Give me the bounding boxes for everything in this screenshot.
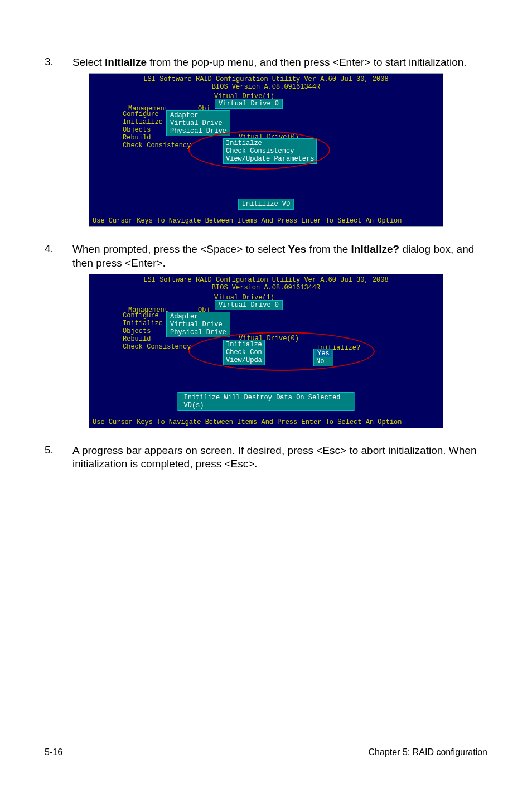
submenu-item: Physical Drive bbox=[170, 127, 226, 135]
text-fragment: from the pop-up menu, and then press <En… bbox=[147, 56, 467, 68]
virtual-drive-box: Virtual Drive 0 bbox=[215, 300, 283, 310]
objects-submenu: Adapter Virtual Drive Physical Drive bbox=[166, 312, 230, 337]
bios-body: Vitual Drive(1) Virtual Drive 0 Obj Mana… bbox=[89, 294, 443, 417]
step-5: 5. A progress bar appears on screen. If … bbox=[45, 444, 487, 471]
bios-version: BIOS Version A.08.09161344R bbox=[89, 83, 443, 91]
text-fragment: from the bbox=[306, 243, 351, 255]
status-bar: Initilize VD bbox=[238, 199, 294, 210]
vd-popup: Initialze Check Consistency View/Update … bbox=[223, 138, 317, 164]
initialize-prompt: Yes No bbox=[313, 349, 333, 366]
menu-item: Check Consistency bbox=[123, 343, 191, 351]
bios-header: LSI Software RAID Configuration Utility … bbox=[89, 274, 443, 294]
bold-keyword: Initialize? bbox=[351, 243, 400, 255]
bios-screenshot-1: LSI Software RAID Configuration Utility … bbox=[89, 73, 443, 228]
no-option: No bbox=[316, 357, 331, 365]
submenu-item: Adapter bbox=[170, 112, 226, 119]
submenu-item: Physical Drive bbox=[170, 328, 226, 336]
menu-item: Check Consistency bbox=[123, 142, 191, 149]
popup-item: View/Update Parameters bbox=[226, 155, 314, 163]
bios-title: LSI Software RAID Configuration Utility … bbox=[89, 75, 443, 83]
popup-item: Check Con bbox=[226, 349, 262, 356]
vd-popup: Initialze Check Con View/Upda bbox=[223, 340, 265, 365]
submenu-item: Adapter bbox=[170, 313, 226, 321]
popup-item: Initialze bbox=[226, 341, 262, 349]
submenu-item: Virtual Drive bbox=[170, 321, 226, 328]
bios-version: BIOS Version A.08.09161344R bbox=[89, 284, 443, 292]
step-text: Select Initialize from the pop-up menu, … bbox=[72, 56, 487, 70]
management-label: Management bbox=[128, 105, 168, 113]
objects-submenu: Adapter Virtual Drive Physical Drive bbox=[166, 110, 230, 136]
step-number: 4. bbox=[45, 243, 72, 270]
bios-footer: Use Cursor Keys To Navigate Between Item… bbox=[89, 417, 443, 428]
page-footer: 5-16 Chapter 5: RAID configuration bbox=[45, 747, 487, 757]
step-3: 3. Select Initialize from the pop-up men… bbox=[45, 56, 487, 70]
yes-option: Yes bbox=[316, 350, 331, 357]
bios-body: Vitual Drive(1) Virtual Drive 0 Obj Mana… bbox=[89, 93, 443, 215]
text-fragment: Select bbox=[72, 56, 105, 68]
text-fragment: When prompted, press the <Space> to sele… bbox=[72, 243, 288, 255]
bios-screenshot-2: LSI Software RAID Configuration Utility … bbox=[89, 274, 443, 428]
step-number: 5. bbox=[45, 444, 72, 471]
bios-header: LSI Software RAID Configuration Utility … bbox=[89, 74, 443, 93]
chapter-title: Chapter 5: RAID configuration bbox=[369, 747, 487, 757]
status-bar: Initilize Will Destroy Data On Selected … bbox=[178, 392, 355, 411]
step-text: A progress bar appears on screen. If des… bbox=[72, 444, 487, 471]
step-text: When prompted, press the <Space> to sele… bbox=[72, 243, 487, 270]
submenu-item: Virtual Drive bbox=[170, 119, 226, 127]
bios-footer: Use Cursor Keys To Navigate Between Item… bbox=[89, 215, 443, 226]
step-4: 4. When prompted, press the <Space> to s… bbox=[45, 243, 487, 270]
popup-item: View/Upda bbox=[226, 356, 262, 364]
management-label: Management bbox=[128, 306, 168, 314]
bold-keyword: Initialize bbox=[105, 56, 147, 68]
page-number: 5-16 bbox=[45, 747, 62, 757]
virtual-drive-box: Virtual Drive 0 bbox=[215, 99, 283, 109]
step-number: 3. bbox=[45, 56, 72, 70]
popup-item: Check Consistency bbox=[226, 147, 314, 155]
popup-item: Initialze bbox=[226, 139, 314, 147]
bios-title: LSI Software RAID Configuration Utility … bbox=[89, 276, 443, 284]
bold-keyword: Yes bbox=[288, 243, 307, 255]
